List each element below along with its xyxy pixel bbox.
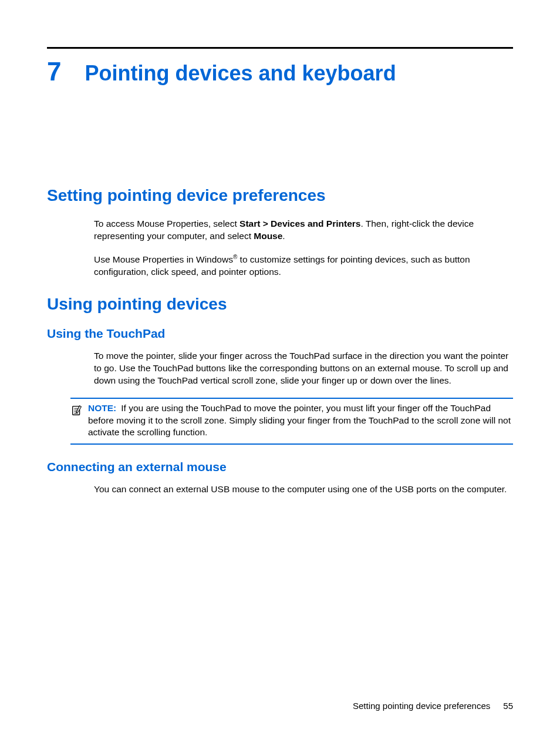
para-external-mouse: You can connect an external USB mouse to… xyxy=(94,483,513,496)
para-access-mouse-properties: To access Mouse Properties, select Start… xyxy=(94,218,513,243)
para-use-mouse-properties: Use Mouse Properties in Windows® to cust… xyxy=(94,253,513,278)
heading-setting-preferences: Setting pointing device preferences xyxy=(47,186,513,205)
footer-section-title: Setting pointing device preferences xyxy=(353,701,490,711)
page-footer: Setting pointing device preferences 55 xyxy=(353,701,513,711)
heading-connecting-external-mouse: Connecting an external mouse xyxy=(47,460,513,474)
note-text: NOTE:If you are using the TouchPad to mo… xyxy=(88,402,513,439)
text: To access Mouse Properties, select xyxy=(94,219,239,228)
text: . xyxy=(282,231,285,241)
footer-page-number: 55 xyxy=(503,701,513,711)
chapter-title: Pointing devices and keyboard xyxy=(85,61,396,86)
note-label: NOTE: xyxy=(88,403,116,413)
chapter-heading: 7 Pointing devices and keyboard xyxy=(47,57,513,86)
text: Use Mouse Properties in Windows xyxy=(94,254,233,264)
note-icon xyxy=(70,404,83,416)
note-body: If you are using the TouchPad to move th… xyxy=(88,403,511,438)
chapter-number: 7 xyxy=(47,57,61,86)
text-bold-start-path: Start > Devices and Printers xyxy=(239,219,360,228)
text-bold-mouse: Mouse xyxy=(254,231,282,241)
heading-using-touchpad: Using the TouchPad xyxy=(47,327,513,341)
chapter-rule xyxy=(47,47,513,49)
heading-using-pointing-devices: Using pointing devices xyxy=(47,295,513,314)
para-touchpad: To move the pointer, slide your finger a… xyxy=(94,350,513,387)
note-block: NOTE:If you are using the TouchPad to mo… xyxy=(70,398,513,445)
